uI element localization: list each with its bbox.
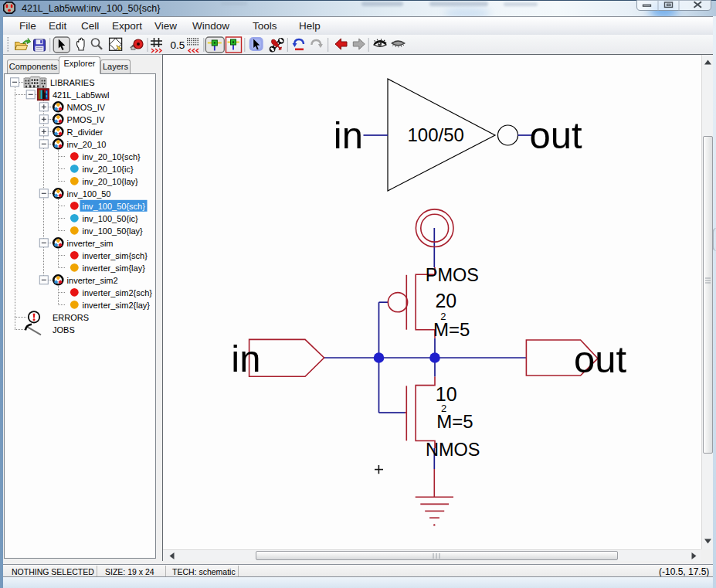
svg-text:R_divider: R_divider: [67, 127, 103, 137]
svg-text:inverter_sim2: inverter_sim2: [67, 276, 118, 285]
svg-text:PMOS_IV: PMOS_IV: [67, 115, 106, 124]
svg-text:inv_100_50{sch}: inv_100_50{sch}: [83, 202, 146, 211]
svg-text:in: in: [334, 114, 363, 156]
svg-text:out: out: [530, 114, 583, 156]
svg-text:inv_20_10{lay}: inv_20_10{lay}: [83, 177, 139, 186]
svg-text:inverter_sim2{lay}: inverter_sim2{lay}: [83, 301, 151, 310]
svg-text:LIBRARIES: LIBRARIES: [50, 78, 94, 87]
svg-text:inv_20_10{ic}: inv_20_10{ic}: [83, 165, 134, 174]
svg-text:ERRORS: ERRORS: [53, 313, 89, 322]
svg-text:421L_Lab5wwl: 421L_Lab5wwl: [53, 90, 109, 100]
svg-text:inv_20_10{sch}: inv_20_10{sch}: [83, 152, 141, 161]
svg-text:inverter_sim: inverter_sim: [67, 239, 114, 248]
svg-text:NMOS_IV: NMOS_IV: [67, 103, 106, 112]
svg-text:inverter_sim{lay}: inverter_sim{lay}: [83, 263, 146, 273]
svg-text:inverter_sim2{sch}: inverter_sim2{sch}: [83, 288, 153, 297]
svg-text:inv_100_50: inv_100_50: [67, 189, 111, 199]
svg-text:100/50: 100/50: [408, 124, 464, 145]
svg-text:inverter_sim{sch}: inverter_sim{sch}: [83, 251, 148, 260]
svg-text:in: in: [231, 338, 260, 379]
svg-text:JOBS: JOBS: [53, 325, 75, 335]
svg-text:0.5: 0.5: [171, 39, 185, 51]
svg-text:NMOS: NMOS: [426, 440, 480, 460]
svg-text:out: out: [574, 338, 627, 380]
svg-text:inv_20_10: inv_20_10: [67, 140, 107, 149]
svg-text:M=5: M=5: [433, 319, 470, 340]
svg-text:inv_100_50{lay}: inv_100_50{lay}: [83, 226, 144, 236]
svg-text:20: 20: [435, 290, 456, 311]
svg-text:PMOS: PMOS: [426, 265, 479, 285]
svg-text:10: 10: [436, 383, 457, 405]
svg-text:inv_100_50{ic}: inv_100_50{ic}: [83, 214, 139, 223]
svg-text:M=5: M=5: [436, 411, 473, 432]
